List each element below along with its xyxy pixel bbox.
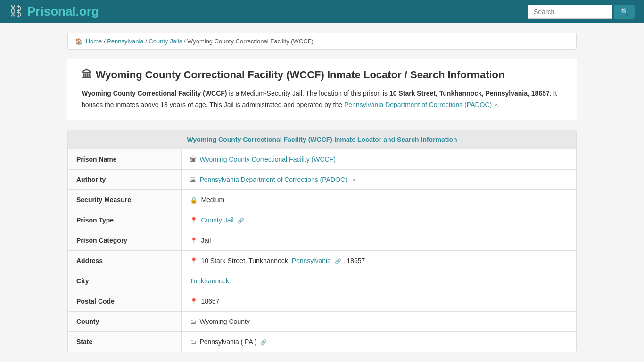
authority-icon: 🏛 [190, 176, 196, 183]
address-bold: 10 Stark Street, Tunkhannock, Pennsylvan… [389, 90, 550, 97]
postal-inline: , 18657 [343, 257, 365, 264]
table-label-county: County [68, 311, 181, 331]
search-button[interactable]: 🔍 [614, 5, 635, 19]
address-icon: 📍 [190, 257, 198, 264]
search-input[interactable] [528, 5, 612, 19]
table-row: Prison Type 📍 County Jail 🔗 [68, 210, 576, 230]
table-label-prison-name: Prison Name [68, 149, 181, 170]
link-icon: 🔗 [238, 218, 244, 223]
logo-icon: ⛓ [9, 4, 23, 19]
table-row: Security Measure 🔒 Medium [68, 189, 576, 210]
breadcrumb-current: Wyoming County Correctional Facility (WC… [187, 38, 314, 45]
table-label-postal: Postal Code [68, 291, 181, 311]
table-label-prison-category: Prison Category [68, 230, 181, 250]
table-row: County 🗂 Wyoming County [68, 311, 576, 331]
table-row: Authority 🏛 Pennsylvania Department of C… [68, 169, 576, 189]
prison-name-link[interactable]: Wyoming County Correctional Facility (WC… [199, 156, 335, 163]
logo-text-plain: Prisonal [27, 4, 76, 18]
page-title: 🏛 Wyoming County Correctional Facility (… [82, 69, 562, 81]
state-value: Pennsylvania ( PA ) [199, 338, 256, 346]
home-icon: 🏠 [75, 38, 83, 45]
table-label-authority: Authority [68, 169, 181, 189]
address-link-icon: 🔗 [335, 258, 341, 264]
table-value-prison-type: 📍 County Jail 🔗 [181, 210, 576, 230]
search-area: 🔍 [528, 5, 635, 19]
table-value-address: 📍 10 Stark Street, Tunkhannock, Pennsylv… [181, 250, 576, 271]
table-row: City Tunkhannock [68, 271, 576, 291]
authority-link-table[interactable]: Pennsylvania Department of Corrections (… [199, 176, 347, 183]
prison-icon: 🏛 [82, 69, 92, 81]
page-description: Wyoming County Correctional Facility (WC… [82, 88, 562, 111]
breadcrumb-home[interactable]: Home [86, 38, 102, 45]
table-value-security: 🔒 Medium [181, 189, 576, 210]
table-label-prison-type: Prison Type [68, 210, 181, 230]
table-label-state: State [68, 331, 181, 352]
table-row: Address 📍 10 Stark Street, Tunkhannock, … [68, 250, 576, 271]
state-link-icon: 🔗 [260, 339, 267, 345]
table-row: Prison Name 🏛 Wyoming County Correctiona… [68, 149, 576, 170]
category-icon: 📍 [190, 237, 198, 244]
ext-icon-desc: ↗ [494, 102, 498, 108]
security-value: Medium [201, 196, 224, 204]
breadcrumb: 🏠 Home / Pennsylvania / County Jails / W… [67, 33, 577, 50]
table-label-city: City [68, 271, 181, 291]
county-icon: 🗂 [190, 318, 196, 325]
type-icon: 📍 [190, 217, 198, 224]
address-text: 10 Stark Street, Tunkhannock, [201, 257, 291, 264]
state-address-link[interactable]: Pennsylvania [292, 257, 331, 264]
table-value-state: 🗂 Pennsylvania ( PA ) 🔗 [181, 331, 576, 352]
table-row: State 🗂 Pennsylvania ( PA ) 🔗 [68, 331, 576, 352]
page-title-section: 🏛 Wyoming County Correctional Facility (… [67, 59, 577, 120]
lock-icon: 🔒 [190, 197, 198, 204]
table-value-authority: 🏛 Pennsylvania Department of Corrections… [181, 169, 576, 189]
table-value-prison-name: 🏛 Wyoming County Correctional Facility (… [181, 149, 576, 170]
site-header: ⛓ Prisonal.org 🔍 [0, 0, 644, 23]
table-value-city: Tunkhannock [181, 271, 576, 291]
breadcrumb-county-jails[interactable]: County Jails [149, 38, 182, 45]
table-value-county: 🗂 Wyoming County [181, 311, 576, 331]
postal-value: 18657 [201, 297, 219, 305]
external-link-icon: ↗ [351, 177, 355, 183]
prison-type-link[interactable]: County Jail [201, 216, 233, 224]
logo-area: ⛓ Prisonal.org [9, 4, 99, 19]
table-row: Prison Category 📍 Jail [68, 230, 576, 250]
table-value-prison-category: 📍 Jail [181, 230, 576, 250]
postal-icon: 📍 [190, 298, 198, 305]
county-value: Wyoming County [199, 318, 249, 325]
table-value-postal: 📍 18657 [181, 291, 576, 311]
logo-link[interactable]: Prisonal.org [27, 4, 99, 19]
authority-link[interactable]: Pennsylvania Department of Corrections (… [344, 101, 492, 108]
facility-name-bold: Wyoming County Correctional Facility (WC… [82, 90, 227, 97]
info-card: Wyoming County Correctional Facility (WC… [67, 130, 577, 352]
table-label-address: Address [68, 250, 181, 271]
info-card-header: Wyoming County Correctional Facility (WC… [68, 130, 576, 149]
info-table: Prison Name 🏛 Wyoming County Correctiona… [68, 149, 576, 352]
main-content: 🏠 Home / Pennsylvania / County Jails / W… [63, 33, 581, 352]
logo-text-accent: .org [76, 4, 99, 18]
breadcrumb-pennsylvania[interactable]: Pennsylvania [107, 38, 143, 45]
table-label-security: Security Measure [68, 189, 181, 210]
state-icon: 🗂 [190, 338, 196, 346]
category-value: Jail [201, 237, 211, 244]
table-row: Postal Code 📍 18657 [68, 291, 576, 311]
city-link[interactable]: Tunkhannock [190, 277, 230, 285]
prison-name-icon: 🏛 [190, 156, 196, 163]
